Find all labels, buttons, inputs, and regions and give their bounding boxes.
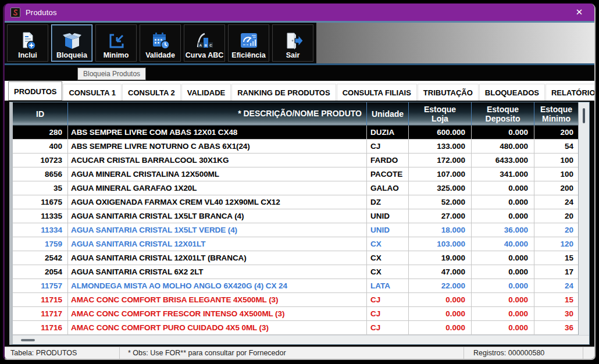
cell-unidade: CX [366, 265, 408, 279]
cell-estoque-deposito: 0.000 [471, 195, 534, 209]
cell-id: 2542 [13, 251, 67, 265]
cell-estoque-loja: 0.000 [408, 321, 471, 334]
table-row[interactable]: 400 ABS SEMPRE LIVRE NOTURNO C ABAS 6X1(… [13, 140, 578, 154]
tooltip: Bloqueia Produtos [77, 67, 146, 80]
bloqueia-button[interactable]: Bloqueia [51, 24, 92, 62]
inclui-button[interactable]: Inclui [7, 24, 48, 62]
cell-estoque-loja: 0.000 [408, 307, 471, 320]
cell-estoque-loja: 103.000 [408, 237, 471, 251]
cell-unidade: PACOTE [366, 167, 408, 181]
titlebar: Produtos ✕ [5, 3, 594, 21]
cell-estoque-loja: 325.000 [408, 181, 471, 195]
horizontal-scrollbar-thumb[interactable] [21, 339, 35, 341]
tab-tributacao[interactable]: TRIBUTAÇÃO [418, 84, 479, 101]
tab-relatorios[interactable]: RELATÓRIOS [545, 84, 596, 101]
cell-unidade: CJ [366, 140, 408, 153]
table-row[interactable]: 1759 AGUA SANITARIA CRISTAL 12X01LT CX 1… [13, 237, 578, 251]
tab-consulta-1[interactable]: CONSULTA 1 [63, 84, 122, 101]
cell-descricao: ALMONDEGA MISTA AO MOLHO ANGLO 6X420G (4… [67, 279, 366, 292]
cell-unidade: CX [366, 237, 408, 251]
cell-estoque-loja: 133.000 [408, 140, 471, 153]
cell-id: 35 [13, 181, 67, 195]
column-header-estoque-loja[interactable]: Estoque Loja [408, 102, 471, 126]
cell-estoque-minimo: 200 [534, 181, 578, 195]
cell-id: 11757 [13, 279, 67, 292]
cell-estoque-deposito: 0.000 [471, 126, 534, 139]
calendar-clock-icon [150, 31, 171, 51]
cell-id: 280 [13, 126, 67, 139]
column-header-estoque-deposito[interactable]: Estoque Deposito [471, 102, 534, 126]
cell-estoque-loja: 27.000 [408, 209, 471, 223]
table-row[interactable]: 11675 AGUA OXIGENADA FARMAX CREM VL40 12… [13, 195, 578, 209]
column-header-unidade[interactable]: Unidade [366, 102, 408, 126]
table-row[interactable]: 8656 AGUA MINERAL CRISTALINA 12X500ML PA… [13, 167, 578, 181]
tab-bloqueados[interactable]: BLOQUEADOS [479, 84, 545, 101]
cell-descricao: AGUA SANITARIA CRISTAL 1X5LT BRANCA (4) [67, 209, 366, 223]
cell-descricao: ACUCAR CRISTAL BARRALCOOL 30X1KG [67, 154, 366, 167]
table-row[interactable]: 11715 AMAC CONC COMFORT BRISA ELEGANTE 4… [13, 293, 578, 307]
close-button[interactable]: ✕ [571, 7, 587, 17]
cell-estoque-minimo: 20 [534, 209, 578, 223]
tab-consulta-filiais[interactable]: CONSULTA FILIAIS [337, 84, 417, 101]
svg-text:C: C [209, 44, 212, 47]
cell-unidade: FARDO [366, 154, 408, 167]
status-bar: Tabela: PRODUTOS * Obs: Use FOR** para c… [5, 347, 594, 359]
column-header-id[interactable]: ID [13, 102, 67, 126]
vertical-scrollbar-thumb[interactable] [583, 108, 585, 123]
tooltip-strip: Bloqueia Produtos [5, 65, 594, 81]
sair-button[interactable]: Sair [272, 24, 313, 62]
table-row[interactable]: 11334 AGUA SANITARIA CRISTAL 1X5LT VERDE… [13, 223, 578, 237]
vertical-scrollbar[interactable] [578, 102, 589, 335]
cell-estoque-deposito: 0.000 [471, 181, 534, 195]
table-row[interactable]: 280 ABS SEMPRE LIVRE COM ABAS 12X01 CX48… [13, 126, 578, 140]
cell-estoque-minimo: 54 [534, 140, 578, 153]
cell-id: 8656 [13, 167, 67, 181]
toolbar-button-label: Minimo [104, 51, 129, 59]
cell-estoque-minimo: 24 [534, 279, 578, 292]
table-row[interactable]: 35 AGUA MINERAL GARAFAO 1X20L GALAO 325.… [13, 181, 578, 195]
cell-unidade: LATA [366, 279, 408, 292]
horizontal-scrollbar[interactable] [13, 335, 589, 344]
cell-estoque-minimo: 30 [534, 307, 578, 320]
tab-bar: PRODUTOS CONSULTA 1 CONSULTA 2 VALIDADE … [5, 81, 594, 101]
toolbar-button-label: Inclui [18, 51, 37, 59]
eficiencia-button[interactable]: Eficiência [228, 24, 269, 62]
table-row[interactable]: 11335 AGUA SANITARIA CRISTAL 1X5LT BRANC… [13, 209, 578, 223]
cell-descricao: AGUA MINERAL GARAFAO 1X20L [67, 181, 366, 195]
cell-estoque-minimo: 24 [534, 195, 578, 209]
table-row[interactable]: 11717 AMAC CONC COMFORT FRESCOR INTENSO … [13, 307, 578, 321]
tab-consulta-2[interactable]: CONSULTA 2 [122, 84, 181, 101]
table-row[interactable]: 11716 AMAC CONC COMFORT PURO CUIDADO 4X5… [13, 321, 578, 335]
exit-door-icon [283, 31, 304, 51]
cell-id: 11716 [13, 321, 67, 334]
curva-abc-button[interactable]: A B C Curva ABC [184, 24, 225, 62]
toolbar: Inclui Bloqueia [5, 23, 594, 65]
table-row[interactable]: 2054 AGUA SANITARIA CRISTAL 6X2 2LT CX 4… [13, 265, 578, 279]
window-title: Produtos [26, 8, 57, 17]
cell-id: 400 [13, 140, 67, 153]
cell-estoque-deposito: 0.000 [471, 279, 534, 292]
cell-descricao: AGUA SANITARIA CRISTAL 12X01LT (BRANCA) [67, 251, 366, 265]
tab-ranking-de-produtos[interactable]: RANKING DE PRODUTOS [231, 84, 336, 101]
minimize-corner-icon [106, 31, 127, 51]
column-header-estoque-minimo[interactable]: Estoque Minimo [534, 102, 578, 126]
column-header-descricao[interactable]: * DESCRIÇÃO/NOME PRODUTO [67, 102, 366, 126]
svg-text:A: A [199, 44, 202, 47]
minimo-button[interactable]: Minimo [95, 24, 137, 62]
tab-validade[interactable]: VALIDADE [181, 84, 231, 101]
grid-body: 280 ABS SEMPRE LIVRE COM ABAS 12X01 CX48… [13, 126, 578, 335]
cell-descricao: ABS SEMPRE LIVRE COM ABAS 12X01 CX48 [67, 126, 366, 139]
document-add-icon [17, 31, 38, 51]
toolbar-button-label: Validade [145, 51, 175, 59]
table-row[interactable]: 10723 ACUCAR CRISTAL BARRALCOOL 30X1KG F… [13, 154, 578, 167]
validade-button[interactable]: Validade [140, 24, 181, 62]
table-row[interactable]: 2542 AGUA SANITARIA CRISTAL 12X01LT (BRA… [13, 251, 578, 265]
cell-estoque-minimo: 100 [534, 154, 578, 167]
tab-produtos[interactable]: PRODUTOS [8, 81, 62, 101]
table-row[interactable]: 11757 ALMONDEGA MISTA AO MOLHO ANGLO 6X4… [13, 279, 578, 293]
cell-id: 11675 [13, 195, 67, 209]
status-grip [583, 347, 594, 359]
cell-estoque-loja: 22.000 [408, 279, 471, 292]
cell-unidade: CJ [366, 307, 408, 320]
cell-estoque-deposito: 480.000 [471, 140, 534, 153]
